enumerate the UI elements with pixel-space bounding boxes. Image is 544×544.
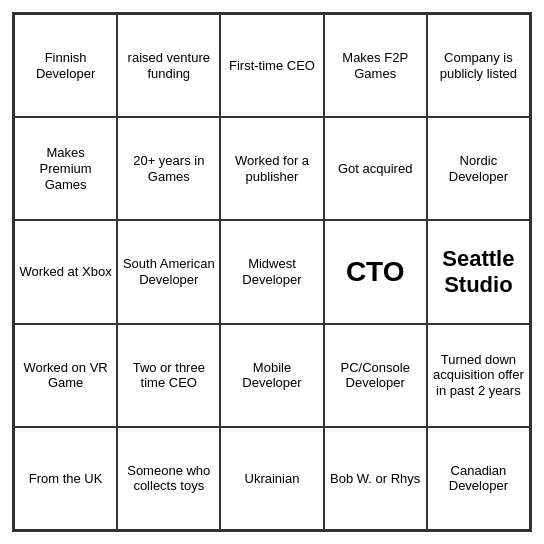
bingo-cell-r2c4[interactable]: Seattle Studio — [427, 220, 530, 323]
bingo-cell-r3c0[interactable]: Worked on VR Game — [14, 324, 117, 427]
bingo-cell-r2c0[interactable]: Worked at Xbox — [14, 220, 117, 323]
bingo-cell-r2c3[interactable]: CTO — [324, 220, 427, 323]
bingo-cell-r1c3[interactable]: Got acquired — [324, 117, 427, 220]
bingo-cell-r0c3[interactable]: Makes F2P Games — [324, 14, 427, 117]
bingo-cell-r0c4[interactable]: Company is publicly listed — [427, 14, 530, 117]
bingo-cell-r3c2[interactable]: Mobile Developer — [220, 324, 323, 427]
bingo-cell-r4c3[interactable]: Bob W. or Rhys — [324, 427, 427, 530]
bingo-cell-r4c4[interactable]: Canadian Developer — [427, 427, 530, 530]
bingo-cell-r3c1[interactable]: Two or three time CEO — [117, 324, 220, 427]
bingo-cell-r1c4[interactable]: Nordic Developer — [427, 117, 530, 220]
bingo-cell-r3c4[interactable]: Turned down acquisition offer in past 2 … — [427, 324, 530, 427]
bingo-cell-r1c0[interactable]: Makes Premium Games — [14, 117, 117, 220]
bingo-cell-r2c2[interactable]: Midwest Developer — [220, 220, 323, 323]
bingo-cell-r2c1[interactable]: South American Developer — [117, 220, 220, 323]
bingo-cell-r0c0[interactable]: Finnish Developer — [14, 14, 117, 117]
bingo-cell-r4c1[interactable]: Someone who collects toys — [117, 427, 220, 530]
bingo-cell-r4c0[interactable]: From the UK — [14, 427, 117, 530]
bingo-board: Finnish Developerraised venture fundingF… — [12, 12, 532, 532]
bingo-cell-r4c2[interactable]: Ukrainian — [220, 427, 323, 530]
bingo-cell-r0c2[interactable]: First-time CEO — [220, 14, 323, 117]
bingo-cell-r1c2[interactable]: Worked for a publisher — [220, 117, 323, 220]
bingo-cell-r0c1[interactable]: raised venture funding — [117, 14, 220, 117]
bingo-cell-r1c1[interactable]: 20+ years in Games — [117, 117, 220, 220]
bingo-cell-r3c3[interactable]: PC/Console Developer — [324, 324, 427, 427]
